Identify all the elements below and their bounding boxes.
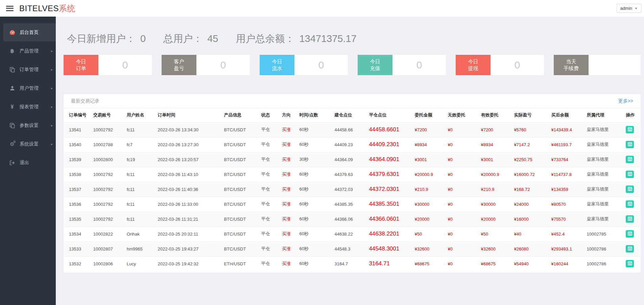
cell-user-name: Orihak [127, 226, 158, 241]
cell-status: 平仓 [261, 226, 282, 241]
order-detail-button[interactable] [626, 186, 634, 193]
list-icon [628, 261, 632, 266]
chevron-right-icon: ▸ [51, 124, 53, 127]
cell-actual-profit: ¥5760 [514, 122, 551, 137]
card-value: 0 [294, 55, 348, 75]
cell-order-time: 2022-03-26 13:34:30 [158, 122, 224, 137]
cell-direction: 买涨 [282, 182, 299, 197]
column-header-9: 平仓点位 [369, 108, 414, 122]
cell-order-id: 13537 [64, 182, 93, 197]
cell-order-id: 13533 [64, 241, 93, 256]
sidebar-item-1[interactable]: ฿产品管理▸ [3, 42, 56, 60]
cell-valid-entrust: ¥7200 [481, 122, 514, 137]
cell-status: 平仓 [261, 256, 282, 271]
card-label: 今日流水 [260, 55, 294, 75]
cell-after-balance: ¥143439.4 [551, 122, 587, 137]
more-link[interactable]: 更多>> [618, 98, 633, 104]
cell-actual-profit: ¥40 [514, 226, 551, 241]
cell-user-name: fc11 [127, 197, 158, 212]
cell-actual-profit: ¥24000 [514, 197, 551, 212]
cell-trade-account: 10002806 [93, 256, 127, 271]
card-label-line1: 今日 [76, 58, 86, 65]
cell-status: 平仓 [261, 122, 282, 137]
card-label: 今日提现 [456, 55, 491, 75]
order-detail-button[interactable] [626, 141, 634, 148]
cell-agent: 皇家马德里 [587, 122, 626, 137]
card-label-line1: 客户 [174, 58, 184, 65]
cell-order-time: 2022-03-25 20:32:11 [158, 226, 224, 241]
list-icon [628, 187, 632, 192]
sidebar-item-4[interactable]: ¥报表管理▸ [3, 98, 56, 116]
cell-period: 60秒 [299, 137, 334, 152]
order-detail-button[interactable] [626, 200, 634, 208]
order-detail-button[interactable] [626, 156, 634, 163]
card-label-line1: 今日 [370, 58, 380, 65]
order-detail-button[interactable] [626, 245, 634, 253]
order-detail-button[interactable] [626, 126, 634, 133]
cell-direction: 买涨 [282, 152, 299, 167]
column-header-15: 所属代理 [587, 108, 626, 122]
card-value: 0 [392, 55, 446, 75]
cell-actions [626, 137, 641, 152]
cell-direction: 买涨 [282, 241, 299, 256]
cell-close-point: 44366.0601 [369, 212, 414, 226]
cell-invalid-entrust: ¥0 [448, 241, 481, 256]
cell-trade-account: 10002792 [93, 167, 127, 182]
cell-agent: 10002785 [587, 226, 626, 241]
user-menu-dropdown[interactable]: admin ▼ [617, 4, 641, 13]
user-menu-label: admin [620, 6, 632, 11]
cell-valid-entrust: ¥32600 [481, 241, 514, 256]
cell-actual-profit: ¥54940 [514, 256, 551, 271]
cell-product-info: BTC/USDT [224, 212, 261, 226]
cell-actions [626, 241, 641, 256]
sidebar-item-6[interactable]: ⚙⚙系统设置▸ [3, 135, 56, 153]
table-row: 1354010002788fc72022-03-26 13:27:30BTC/U… [64, 137, 641, 152]
cell-after-balance: ¥134359 [551, 182, 587, 197]
sidebar-item-7[interactable]: 退出 [3, 154, 56, 172]
cell-valid-entrust: ¥8934 [481, 137, 514, 152]
cell-actual-profit: ¥7147.2 [514, 137, 551, 152]
cell-status: 平仓 [261, 152, 282, 167]
hamburger-menu-icon[interactable] [6, 6, 14, 11]
table-row: 1353610002792fc112022-03-26 11:33:00BTC/… [64, 197, 641, 212]
cell-actions [626, 197, 641, 212]
cell-open-point: 44409.23 [334, 137, 369, 152]
cell-agent: 10002786 [587, 241, 626, 256]
cell-entrust-amount: ¥3001 [415, 152, 448, 167]
cell-invalid-entrust: ¥0 [448, 256, 481, 271]
order-detail-button[interactable] [626, 171, 634, 178]
cell-entrust-amount: ¥8934 [415, 137, 448, 152]
order-detail-button[interactable] [626, 260, 634, 267]
cell-status: 平仓 [261, 167, 282, 182]
cell-actual-profit: ¥16000.72 [514, 167, 551, 182]
cell-close-point: 44548.3001 [369, 241, 414, 256]
sidebar-item-label: 订单管理 [20, 67, 39, 73]
cell-entrust-amount: ¥68675 [415, 256, 448, 271]
cell-direction: 买涨 [282, 122, 299, 137]
list-icon [628, 217, 632, 222]
sidebar-item-2[interactable]: 订单管理▸ [3, 61, 56, 79]
cell-after-balance: ¥461193.7 [551, 137, 587, 152]
cell-period: 60秒 [299, 212, 334, 226]
table-row: 1353210002806Lucy2022-03-25 19:42:32ETH/… [64, 256, 641, 271]
cell-product-info: BTC/USDT [224, 122, 261, 137]
trades-table-body: 1354110002792fc112022-03-26 13:34:30BTC/… [64, 122, 641, 271]
column-header-10: 委托金额 [415, 108, 448, 122]
table-row: 1353310002807hm99652022-03-25 19:43:27BT… [64, 241, 641, 256]
cell-open-point: 3164.7 [334, 256, 369, 271]
cell-direction: 买涨 [282, 226, 299, 241]
cell-direction: 买涨 [282, 256, 299, 271]
order-detail-button[interactable] [626, 215, 634, 223]
chevron-down-icon: ▼ [635, 7, 638, 10]
summary-card-1: 客户盈亏0 [162, 55, 250, 75]
sidebar-item-3[interactable]: 用户管理▸ [3, 79, 56, 97]
sidebar-item-5[interactable]: 参数设置▸ [3, 116, 56, 134]
cell-actual-profit: ¥26080 [514, 241, 551, 256]
cell-invalid-entrust: ¥0 [448, 226, 481, 241]
stat-label: 今日新增用户： [67, 32, 136, 46]
table-row: 1353410002822Orihak2022-03-25 20:32:11BT… [64, 226, 641, 241]
sidebar-item-0[interactable]: 后台首页 [3, 23, 56, 41]
cell-open-point: 44366.06 [334, 212, 369, 226]
column-header-6: 方向 [282, 108, 299, 122]
order-detail-button[interactable] [626, 230, 634, 238]
